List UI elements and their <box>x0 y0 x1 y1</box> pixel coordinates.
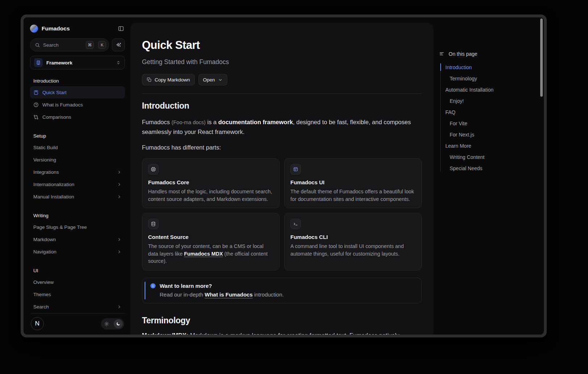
sidebar-item-internationalization[interactable]: Internationalization <box>30 178 125 190</box>
introduction-paragraph: Fumadocs (Foo-ma docs) is a documentatio… <box>142 117 422 137</box>
toc-item-writing-content[interactable]: Writing Content <box>439 151 539 163</box>
sidebar-item-manual-installation[interactable]: Manual Installation <box>30 190 125 203</box>
card-fumadocs-ui[interactable]: Fumadocs UI The default theme of Fumadoc… <box>284 158 422 208</box>
toc-item-for-vite[interactable]: For Vite <box>439 118 539 129</box>
theme-toggle[interactable] <box>101 318 124 329</box>
what-is-fumadocs-link[interactable]: What is Fumadocs <box>205 291 253 298</box>
nav-section-writing: Writing <box>30 210 125 221</box>
open-label: Open <box>203 77 215 83</box>
card-description: Handles most of the logic, including doc… <box>148 188 273 203</box>
intro-bold-text: documentation framework <box>218 119 293 125</box>
copy-markdown-label: Copy Markdown <box>155 77 190 83</box>
sidebar-footer: N <box>30 313 125 331</box>
card-content-source[interactable]: Content Source The source of your conten… <box>142 213 280 270</box>
terminology-heading: Terminology <box>142 316 422 325</box>
toc-item-automatic-installation[interactable]: Automatic Installation <box>439 84 539 95</box>
callout-title: Want to learn more? <box>160 283 212 289</box>
sidebar-item-label: Markdown <box>33 237 56 242</box>
card-description: A command line tool to install UI compon… <box>290 243 416 257</box>
git-compare-icon <box>33 114 39 120</box>
building-icon <box>34 58 43 67</box>
nextjs-logo[interactable]: N <box>31 317 44 330</box>
page-title: Quick Start <box>142 39 422 52</box>
nav-section-setup: Setup <box>30 130 125 141</box>
info-icon <box>150 283 156 289</box>
app-surface: Fumadocs Search ⌘ K <box>24 17 544 335</box>
sidebar-nav: Introduction Quick Start What is Fumadoc… <box>30 72 125 311</box>
chevrons-up-down-icon <box>116 60 121 65</box>
toc-item-special-needs[interactable]: Special Needs <box>439 163 539 174</box>
database-icon <box>148 219 159 229</box>
card-fumadocs-cli[interactable]: Fumadocs CLI A command line tool to inst… <box>284 213 422 270</box>
sidebar-item-themes[interactable]: Themes <box>30 288 125 301</box>
toc-item-for-nextjs[interactable]: For Next.js <box>439 129 539 140</box>
fumadocs-mdx-link[interactable]: Fumadocs MDX <box>184 251 223 257</box>
card-title: Content Source <box>148 234 273 240</box>
toc-item-enjoy[interactable]: Enjoy! <box>439 95 539 106</box>
search-input[interactable]: Search ⌘ K <box>30 38 109 51</box>
kbd-cmd: ⌘ <box>86 41 94 49</box>
sidebar-item-integrations[interactable]: Integrations <box>30 166 125 178</box>
callout-header: Want to learn more? <box>150 283 416 289</box>
toc-item-introduction[interactable]: Introduction <box>439 62 539 73</box>
sidebar-item-markdown[interactable]: Markdown <box>30 233 125 245</box>
sparkles-icon <box>116 42 122 48</box>
sidebar-item-versioning[interactable]: Versioning <box>30 154 125 166</box>
sidebar-item-label: What is Fumadocs <box>42 102 83 108</box>
sidebar-item-page-slugs[interactable]: Page Slugs & Page Tree <box>30 221 125 233</box>
open-menu-button[interactable]: Open <box>198 74 227 85</box>
callout-text: Read our in-depth <box>160 291 205 298</box>
cpu-icon <box>148 164 159 175</box>
panel-left-icon <box>118 25 124 32</box>
page-actions: Copy Markdown Open <box>142 74 422 85</box>
card-description: The source of your content, can be a CMS… <box>148 243 273 265</box>
card-title: Fumadocs Core <box>148 179 273 185</box>
sidebar-item-search[interactable]: Search <box>30 301 125 311</box>
search-placeholder: Search <box>43 42 83 48</box>
terminal-icon <box>290 219 301 229</box>
align-left-icon <box>439 51 445 57</box>
sidebar-item-label: Integrations <box>33 169 59 175</box>
framework-select[interactable]: Framework <box>30 56 125 70</box>
copy-markdown-button[interactable]: Copy Markdown <box>142 74 195 85</box>
toc-header-label: On this page <box>449 51 477 57</box>
sidebar-item-label: Internationalization <box>33 182 74 187</box>
sidebar-item-comparisons[interactable]: Comparisons <box>30 111 125 123</box>
toc-header: On this page <box>439 49 539 59</box>
card-fumadocs-core[interactable]: Fumadocs Core Handles most of the logic,… <box>142 158 280 208</box>
toc-item-terminology[interactable]: Terminology <box>439 73 539 84</box>
chevron-down-icon <box>218 77 223 82</box>
callout-text: introduction. <box>253 291 284 298</box>
section-divider <box>142 93 422 94</box>
chevron-right-icon <box>117 170 122 175</box>
info-callout: Want to learn more? Read our in-depth Wh… <box>142 278 422 303</box>
sidebar-item-overview[interactable]: Overview <box>30 276 125 288</box>
sidebar-item-label: Manual Installation <box>33 194 74 199</box>
nav-section-introduction: Introduction <box>30 75 125 86</box>
sidebar-item-static-build[interactable]: Static Build <box>30 141 125 154</box>
sidebar-item-label: Overview <box>33 280 54 285</box>
card-title: Fumadocs CLI <box>290 234 416 240</box>
ai-assistant-button[interactable] <box>112 38 125 51</box>
framework-select-value: Framework <box>46 60 72 66</box>
chevron-right-icon <box>117 237 122 242</box>
toc-list: Introduction Terminology Automatic Insta… <box>439 62 539 174</box>
search-row: Search ⌘ K <box>30 38 125 51</box>
toc-item-faq[interactable]: FAQ <box>439 106 539 118</box>
chevron-right-icon <box>117 304 122 309</box>
scrollbar-thumb[interactable] <box>540 18 543 97</box>
kbd-k: K <box>98 41 106 49</box>
card-description: The default theme of Fumadocs offers a b… <box>290 188 416 203</box>
sidebar-item-what-is-fumadocs[interactable]: What is Fumadocs <box>30 98 125 111</box>
moon-icon[interactable] <box>114 319 123 328</box>
sidebar-item-navigation[interactable]: Navigation <box>30 245 125 258</box>
sidebar-item-label: Quick Start <box>42 90 67 95</box>
sidebar-item-quick-start[interactable]: Quick Start <box>30 86 125 98</box>
callout-body: Read our in-depth What is Fumadocs intro… <box>150 291 416 298</box>
toc-item-learn-more[interactable]: Learn More <box>439 140 539 151</box>
chevron-right-icon <box>117 182 122 187</box>
collapse-sidebar-button[interactable] <box>117 25 125 33</box>
intro-text: is a <box>206 119 218 125</box>
sidebar: Fumadocs Search ⌘ K <box>24 17 131 335</box>
sun-icon[interactable] <box>102 321 109 327</box>
